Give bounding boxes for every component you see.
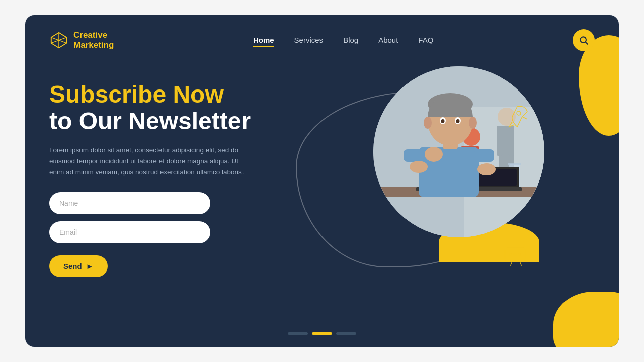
svg-rect-23 xyxy=(532,195,539,237)
svg-point-10 xyxy=(519,253,521,256)
right-section xyxy=(311,71,595,323)
rocket-icon xyxy=(502,102,532,134)
nav-item-home[interactable]: Home xyxy=(253,36,274,45)
nav-item-services[interactable]: Services xyxy=(294,36,324,45)
svg-point-41 xyxy=(424,117,432,129)
svg-point-8 xyxy=(509,253,512,256)
svg-point-42 xyxy=(469,117,477,129)
svg-point-32 xyxy=(410,161,428,173)
svg-line-5 xyxy=(586,42,588,45)
main-content: Subscribe Now to Our Newsletter Lorem ip… xyxy=(25,61,619,323)
nav-item-about[interactable]: About xyxy=(378,36,398,45)
pagination xyxy=(288,332,356,335)
chat-icon xyxy=(502,243,530,273)
svg-rect-25 xyxy=(508,163,521,165)
search-button[interactable] xyxy=(573,29,595,51)
page-wrapper: Creative Marketing Home Services Blog Ab… xyxy=(25,15,619,347)
send-button[interactable]: Send ► xyxy=(49,255,108,277)
name-input[interactable] xyxy=(49,192,210,214)
nav-item-blog[interactable]: Blog xyxy=(343,36,358,45)
svg-point-9 xyxy=(514,253,516,256)
nav-links: Home Services Blog About FAQ xyxy=(253,36,433,45)
nav-item-faq[interactable]: FAQ xyxy=(418,36,433,45)
search-icon xyxy=(579,35,589,45)
svg-point-33 xyxy=(477,163,496,175)
logo-icon xyxy=(49,31,68,50)
left-section: Subscribe Now to Our Newsletter Lorem ip… xyxy=(49,71,291,277)
svg-point-43 xyxy=(425,147,443,162)
pagination-dot-2[interactable] xyxy=(312,332,332,335)
svg-rect-31 xyxy=(474,149,494,162)
svg-point-6 xyxy=(517,111,521,115)
form-group xyxy=(49,192,291,243)
description: Lorem ipsum dolor sit amet, consectetur … xyxy=(49,145,251,178)
logo: Creative Marketing xyxy=(49,30,114,51)
svg-rect-30 xyxy=(404,149,424,162)
navbar: Creative Marketing Home Services Blog Ab… xyxy=(25,15,619,61)
svg-point-40 xyxy=(456,119,460,123)
person-svg xyxy=(373,66,544,237)
svg-point-4 xyxy=(580,37,586,43)
arrow-icon: ► xyxy=(86,262,94,270)
pagination-dot-3[interactable] xyxy=(336,332,356,335)
pagination-dot-1[interactable] xyxy=(288,332,308,335)
profile-image xyxy=(373,66,544,237)
email-input[interactable] xyxy=(49,221,210,243)
logo-text: Creative Marketing xyxy=(73,30,114,51)
svg-point-39 xyxy=(441,119,445,123)
headline: Subscribe Now to Our Newsletter xyxy=(49,81,291,135)
